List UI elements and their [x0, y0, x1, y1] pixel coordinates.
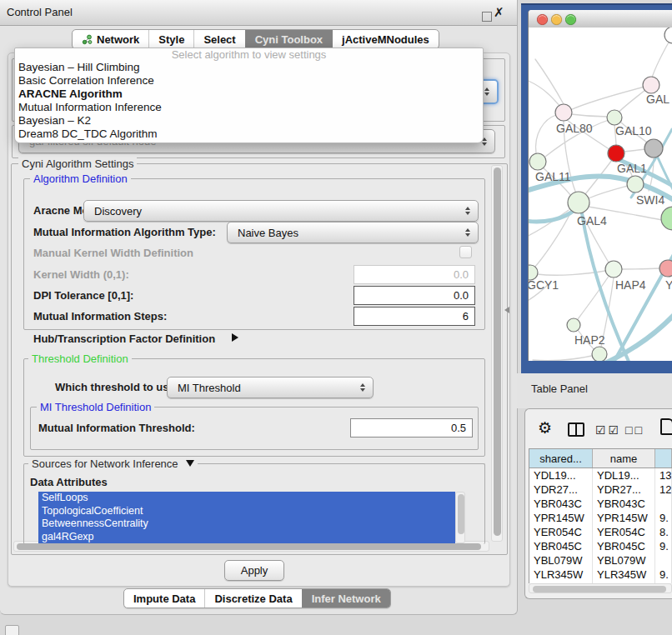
network-node-gal4[interactable] — [568, 192, 589, 213]
new-table-icon[interactable] — [660, 418, 672, 435]
mi-type-value: Naive Bayes — [228, 227, 462, 239]
attribute-item[interactable]: BetweennessCentrality — [38, 518, 455, 531]
tab-label: Discretize Data — [214, 592, 292, 605]
network-node-y[interactable] — [659, 260, 672, 277]
table-row[interactable]: YBL079WYBL079W — [529, 553, 672, 568]
table-row[interactable]: YLR345WYLR345W9. — [529, 568, 672, 582]
table-row[interactable]: YDR27...YDR27...12 — [529, 482, 672, 497]
split-columns-icon[interactable] — [568, 422, 584, 437]
tab-network[interactable]: Network — [73, 30, 148, 48]
panel-collapse-arrow-icon[interactable] — [504, 307, 509, 313]
close-icon[interactable]: ✗ — [494, 5, 504, 20]
algorithm-option[interactable]: Mutual Information Inference — [15, 101, 483, 114]
table-cell: YER054C — [529, 525, 593, 539]
tab-label: Impute Data — [133, 592, 195, 605]
table-cell: YDL19... — [593, 468, 655, 482]
aracne-mode-combo[interactable]: Discovery — [83, 200, 479, 222]
algorithm-option[interactable]: Bayesian – Hill Climbing — [15, 61, 483, 74]
algorithm-option[interactable]: ARACNE Algorithm — [15, 88, 483, 101]
network-node-label: GCY1 — [529, 278, 559, 292]
tab-infer-network[interactable]: Infer Network — [302, 589, 390, 608]
table-horizontal-scrollbar[interactable] — [529, 583, 672, 593]
table-cell: YER054C — [593, 525, 655, 539]
deselect-checkboxes-icon[interactable]: □□ — [625, 423, 644, 437]
table-cell: YDL19... — [529, 468, 593, 482]
mi-type-combo[interactable]: Naive Bayes — [227, 222, 479, 243]
column-header[interactable]: name — [593, 449, 655, 468]
network-node[interactable] — [644, 139, 663, 158]
which-threshold-combo[interactable]: MI Threshold — [167, 377, 374, 398]
table-cell: YBR045C — [593, 539, 655, 553]
table-row[interactable]: YBR045CYBR045C9. — [529, 539, 672, 553]
network-node-swi4[interactable] — [627, 176, 644, 192]
close-traffic-light-icon[interactable] — [537, 14, 548, 25]
collapse-arrow-icon[interactable] — [186, 460, 194, 467]
tab-impute-data[interactable]: Impute Data — [124, 589, 204, 608]
settings-horizontal-scrollbar-thumb[interactable] — [17, 543, 481, 550]
algorithm-option[interactable]: Basic Correlation Inference — [15, 74, 483, 88]
apply-button[interactable]: Apply — [224, 560, 284, 581]
table-row[interactable]: YDL19...YDL19...13 — [529, 468, 672, 482]
algorithm-popup-list: Bayesian – Hill ClimbingBasic Correlatio… — [15, 61, 483, 141]
settings-gear-icon[interactable]: ⚙ — [538, 419, 552, 438]
network-node-gal11[interactable] — [529, 153, 546, 170]
tab-discretize-data[interactable]: Discretize Data — [204, 589, 301, 608]
network-node-gal[interactable] — [643, 77, 659, 93]
sources-title: Sources for Network Inference — [28, 458, 198, 470]
data-attributes-list[interactable]: SelfLoopsTopologicalCoefficientBetweenne… — [38, 492, 455, 543]
network-node-label: HAP4 — [615, 278, 646, 292]
network-node[interactable] — [592, 347, 607, 361]
attribute-item[interactable]: gal4RGexp — [38, 531, 455, 544]
table-cell: YBR045C — [529, 539, 593, 553]
settings-vertical-scrollbar-thumb[interactable] — [494, 168, 501, 536]
attribute-item[interactable]: TopologicalCoefficient — [38, 505, 455, 518]
mi-steps-label: Mutual Information Steps: — [33, 310, 167, 322]
tab-jactivemnodules[interactable]: jActiveMNodules — [332, 30, 439, 48]
attributes-scrollbar-thumb[interactable] — [458, 494, 464, 534]
network-node-hap2[interactable] — [567, 318, 580, 332]
network-node[interactable] — [664, 28, 672, 43]
table-cell: 8. — [655, 525, 672, 539]
network-window-titlebar[interactable] — [529, 10, 672, 28]
settings-vertical-scrollbar[interactable] — [491, 165, 503, 542]
minimize-traffic-light-icon[interactable] — [551, 14, 562, 25]
mi-threshold-field[interactable]: 0.5 — [350, 418, 473, 438]
network-edge — [535, 59, 564, 104]
attributes-scrollbar[interactable] — [455, 492, 465, 543]
table-horizontal-scrollbar-thumb[interactable] — [533, 586, 666, 592]
table-row[interactable]: YER054CYER054C8. — [529, 525, 672, 539]
control-panel-title: Control Panel — [7, 0, 73, 25]
kernel-width-field: 0.0 — [354, 265, 475, 284]
table-cell: YBL079W — [593, 553, 655, 568]
table-cell: YLR345W — [529, 568, 593, 582]
which-threshold-label: Which threshold to use: — [55, 381, 178, 393]
mi-steps-field[interactable]: 6 — [354, 307, 475, 326]
algorithm-option[interactable]: Dream8 DC_TDC Algorithm — [15, 128, 483, 141]
minimized-window-icon[interactable] — [5, 625, 19, 635]
table-cell: YPR145W — [529, 511, 593, 525]
algorithm-option[interactable]: Bayesian – K2 — [15, 114, 483, 128]
select-checkboxes-icon[interactable]: ☑☑ — [595, 423, 621, 437]
network-node-label: GAL4 — [577, 214, 607, 228]
column-header[interactable]: shared... — [529, 449, 593, 468]
dpi-tolerance-field[interactable]: 0.0 — [354, 286, 475, 305]
mi-threshold-group-title: MI Threshold Definition — [37, 401, 154, 413]
network-canvas[interactable]: GALGAL80GAL10GAL1GAL11SWI4GAL4GCY1HAP4YH… — [529, 28, 672, 361]
table-row[interactable]: YBR043CYBR043C — [529, 497, 672, 511]
attribute-item[interactable]: SelfLoops — [38, 492, 455, 505]
table-cell: YDR27... — [529, 482, 593, 497]
column-header[interactable] — [655, 449, 672, 468]
float-window-icon[interactable] — [482, 12, 492, 22]
tab-style[interactable]: Style — [148, 30, 193, 48]
network-node-gal10[interactable] — [607, 110, 622, 125]
network-node-gal1[interactable] — [608, 145, 624, 162]
tab-select[interactable]: Select — [193, 30, 244, 48]
expand-arrow-icon[interactable] — [232, 333, 238, 342]
tab-cyni-toolbox[interactable]: Cyni Toolbox — [245, 30, 332, 48]
network-node-gal80[interactable] — [555, 104, 572, 121]
table-row[interactable]: YPR145WYPR145W9. — [529, 511, 672, 525]
zoom-traffic-light-icon[interactable] — [565, 14, 576, 25]
network-node-hap4[interactable] — [605, 261, 622, 278]
network-edge — [533, 354, 599, 361]
network-node[interactable] — [661, 207, 672, 230]
